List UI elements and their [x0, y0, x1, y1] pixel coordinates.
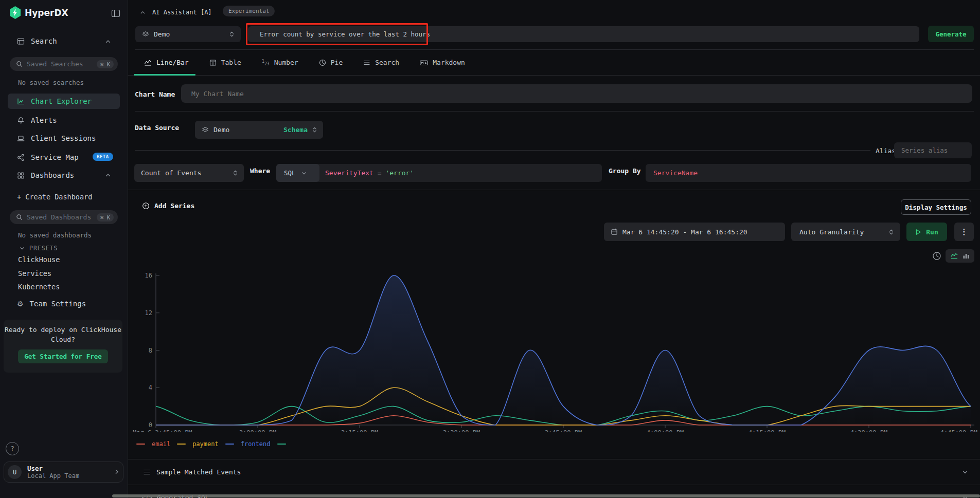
- sql-operator-token: =: [378, 169, 382, 177]
- assistant-title: AI Assistant [A]: [152, 9, 212, 16]
- create-dashboard-button[interactable]: + Create Dashboard: [17, 193, 92, 201]
- alias-field[interactable]: [900, 146, 967, 155]
- sidebar-item-alerts[interactable]: Alerts: [17, 116, 57, 124]
- clickhouse-cloud-card: Ready to deploy on ClickHouse Cloud? Get…: [4, 320, 122, 373]
- no-saved-dashboards-text: No saved dashboards: [18, 231, 92, 239]
- granularity-select[interactable]: Auto Granularity: [791, 223, 900, 241]
- chevron-right-icon: [114, 469, 120, 475]
- svg-text:4:30:00 PM: 4:30:00 PM: [850, 429, 887, 432]
- tab-table[interactable]: Table: [209, 59, 241, 66]
- tab-line-bar[interactable]: Line/Bar: [144, 59, 189, 66]
- chevron-up-icon[interactable]: [104, 172, 112, 179]
- saved-searches-input[interactable]: Saved Searches ⌘ K: [10, 57, 118, 71]
- data-source-select[interactable]: Demo Schema: [195, 121, 323, 139]
- chart-name-input[interactable]: [181, 84, 972, 103]
- sample-matched-events-section[interactable]: Sample Matched Events: [128, 459, 980, 485]
- chevron-up-icon[interactable]: [104, 38, 112, 45]
- legend-label-email[interactable]: email: [152, 440, 170, 448]
- user-team: Local App Team: [27, 472, 79, 479]
- run-button[interactable]: Run: [906, 223, 947, 241]
- shortcut-badge: ⌘ K: [97, 213, 114, 222]
- tab-pie[interactable]: Pie: [319, 59, 343, 66]
- sidebar-item-label: Search: [31, 37, 57, 45]
- sidebar-item-label: Chart Explorer: [31, 97, 92, 105]
- add-series-label: Add Series: [154, 202, 194, 210]
- error-count-chart[interactable]: 0481216Mar 6 2:45:00 PM3:00:00 PM3:15:00…: [128, 269, 980, 432]
- legend-label-payment[interactable]: payment: [192, 440, 219, 448]
- sidebar-item-chart-explorer[interactable]: Chart Explorer: [8, 94, 120, 109]
- data-source-label: Data Source: [135, 124, 179, 132]
- app-title: HyperDX: [25, 8, 68, 18]
- updown-chevron-icon: [232, 170, 239, 176]
- get-started-button[interactable]: Get Started for Free: [18, 349, 108, 363]
- sidebar-item-label: Team Settings: [30, 300, 86, 308]
- help-button[interactable]: ?: [6, 442, 19, 455]
- display-settings-label: Display Settings: [905, 204, 967, 211]
- layers-icon: [142, 31, 149, 38]
- tab-number[interactable]: 123 Number: [262, 59, 298, 66]
- alias-input[interactable]: [894, 142, 972, 158]
- bar-style-icon[interactable]: [963, 252, 970, 260]
- time-format-icon[interactable]: [932, 251, 941, 261]
- chart-type-tabs: Line/Bar Table 123 Number Pie Search Mar…: [144, 59, 465, 66]
- search-section-icon: [17, 38, 25, 45]
- schema-label[interactable]: Schema: [283, 126, 308, 134]
- sidebar: HyperDX Search Saved Searches ⌘ K No sav…: [0, 0, 128, 498]
- saved-dashboards-input[interactable]: Saved Dashboards ⌘ K: [10, 210, 118, 224]
- legend-label-frontend[interactable]: frontend: [241, 440, 271, 448]
- gear-icon: ⚙: [17, 300, 24, 308]
- svg-text:12: 12: [145, 309, 152, 317]
- presets-header[interactable]: PRESETS: [19, 245, 58, 252]
- section-label: Sample Matched Events: [156, 468, 241, 476]
- run-label: Run: [926, 228, 938, 236]
- sidebar-item-dashboards[interactable]: Dashboards: [17, 171, 74, 179]
- sql-mode-select[interactable]: SQL: [276, 164, 319, 182]
- preset-services[interactable]: Services: [18, 269, 51, 278]
- svg-text:4:15:00 PM: 4:15:00 PM: [749, 429, 786, 432]
- sql-field-token: SeverityText: [325, 169, 373, 177]
- user-menu[interactable]: U User Local App Team: [4, 462, 123, 483]
- legend-swatch-payment: [177, 444, 186, 445]
- generate-button[interactable]: Generate: [928, 26, 974, 42]
- tab-markdown[interactable]: Markdown: [420, 59, 465, 66]
- alias-label: Alias: [876, 147, 896, 155]
- add-series-button[interactable]: Add Series: [142, 202, 194, 210]
- chart-explorer-icon: [17, 98, 25, 105]
- avatar-initial: U: [13, 469, 16, 476]
- sidebar-item-team-settings[interactable]: ⚙ Team Settings: [17, 300, 86, 308]
- svg-text:3:00:00 PM: 3:00:00 PM: [239, 429, 276, 432]
- horizontal-scrollbar[interactable]: [112, 494, 980, 497]
- sidebar-item-label: Alerts: [31, 116, 57, 124]
- tab-label: Markdown: [433, 59, 465, 66]
- svg-text:3:30:00 PM: 3:30:00 PM: [443, 429, 480, 432]
- preset-clickhouse[interactable]: ClickHouse: [18, 255, 60, 264]
- sidebar-item-client-sessions[interactable]: Client Sessions: [17, 134, 96, 142]
- sidebar-item-search[interactable]: Search: [17, 37, 57, 45]
- chart-style-toggle: [946, 249, 974, 263]
- sidebar-item-label: Client Sessions: [31, 134, 96, 142]
- group-by-input[interactable]: ServiceName: [646, 164, 971, 182]
- preset-kubernetes[interactable]: Kubernetes: [18, 283, 60, 291]
- legend-swatch-email: [136, 444, 145, 445]
- line-chart-icon: [144, 59, 152, 66]
- pie-chart-icon: [319, 59, 326, 66]
- table-icon: [209, 59, 217, 66]
- aggregation-select[interactable]: Count of Events: [134, 164, 244, 182]
- line-style-icon[interactable]: [950, 252, 958, 260]
- updown-chevron-icon: [228, 31, 235, 38]
- display-settings-button[interactable]: Display Settings: [901, 199, 971, 215]
- svg-text:16: 16: [145, 272, 152, 279]
- tab-label: Number: [274, 59, 298, 66]
- tab-search[interactable]: Search: [363, 59, 399, 66]
- date-range-picker[interactable]: Mar 6 14:45:20 - Mar 6 16:45:20: [604, 223, 785, 241]
- where-input-group[interactable]: SQL SeverityText = 'error': [276, 164, 602, 182]
- more-options-button[interactable]: ⋮: [954, 223, 974, 241]
- sidebar-collapse-icon[interactable]: [111, 9, 120, 18]
- svg-text:3:45:00 PM: 3:45:00 PM: [545, 429, 582, 432]
- where-expression[interactable]: SeverityText = 'error': [325, 169, 414, 177]
- assistant-source-select[interactable]: Demo: [135, 26, 241, 42]
- assistant-collapse-icon[interactable]: [139, 9, 146, 16]
- chart-name-field[interactable]: [190, 89, 959, 98]
- list-icon: [143, 468, 151, 476]
- sidebar-item-service-map[interactable]: Service Map: [17, 153, 79, 161]
